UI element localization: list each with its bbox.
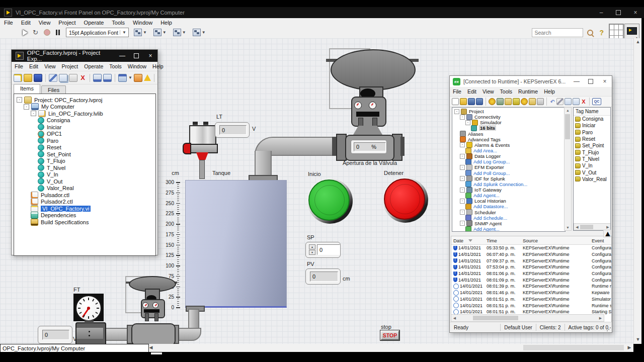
- tree-item-16-bits[interactable]: 16 bits: [453, 125, 565, 131]
- event-row[interactable]: 14/01/202107:09:37 p. m.KEPServerEX\Runt…: [451, 257, 611, 264]
- scroll-thumb[interactable]: [523, 345, 624, 350]
- event-row[interactable]: 14/01/202108:01:06 p. m.KEPServerEX\Runt…: [451, 270, 611, 277]
- tree-item-t-nivel[interactable]: T_Nivel: [14, 164, 155, 171]
- menu-item-tools[interactable]: Tools: [106, 63, 125, 69]
- scroll-left-icon[interactable]: ◀: [451, 315, 458, 321]
- copy-icon[interactable]: [59, 74, 67, 82]
- event-row[interactable]: 14/01/202108:01:39 p. m.KEPServerEX\Runt…: [451, 283, 611, 290]
- tree-item-add-agent[interactable]: Add Agent...: [453, 193, 565, 198]
- tab-items[interactable]: Items: [14, 84, 40, 94]
- tree-item-valor-real[interactable]: Valor_Real: [14, 185, 155, 192]
- run-icon[interactable]: [23, 30, 28, 36]
- project-explorer-titlebar[interactable]: OPC_Factory.lvproj - Project Exp... — ×: [12, 50, 157, 62]
- copy-icon[interactable]: [565, 98, 572, 105]
- tree-item-pulsador-ctl[interactable]: Pulsador.ctl: [14, 192, 155, 199]
- tree-item-connectivity[interactable]: -Connectivity: [453, 114, 565, 120]
- event-horizontal-scrollbar[interactable]: ◀ ▶: [451, 314, 604, 322]
- menu-item-tools[interactable]: Tools: [497, 88, 516, 95]
- new-project-icon[interactable]: [452, 98, 459, 105]
- go-to-icon[interactable]: [134, 74, 142, 82]
- help-icon[interactable]: ?: [599, 29, 604, 37]
- deploy-items-icon[interactable]: [103, 74, 112, 82]
- tree-item-project-opc-factory-lvproj[interactable]: -Project: OPC_Factory.lvproj: [14, 97, 155, 104]
- event-row[interactable]: 14/01/202105:33:50 p. m.KEPServerEX\Runt…: [451, 245, 611, 251]
- event-row[interactable]: 14/01/202107:53:04 p. m.KEPServerEX\Runt…: [451, 264, 611, 270]
- tree-item-add-area[interactable]: Add Area...: [453, 148, 565, 153]
- tag-t-nivel[interactable]: T_Nivel: [574, 156, 610, 162]
- tree-item-project[interactable]: -Project: [453, 109, 565, 114]
- scroll-right-icon[interactable]: ▶: [597, 315, 604, 321]
- menu-item-help[interactable]: Help: [149, 63, 167, 69]
- new-channel-icon[interactable]: [489, 98, 496, 105]
- menu-item-edit[interactable]: Edit: [26, 63, 41, 69]
- maximize-button[interactable]: [129, 50, 143, 62]
- tree-item-aliases[interactable]: Aliases: [453, 131, 565, 137]
- expander-icon[interactable]: -: [460, 142, 465, 147]
- tag-iniciar[interactable]: Iniciar: [574, 122, 610, 129]
- column-time[interactable]: Time: [487, 238, 523, 243]
- tree-item-build-specifications[interactable]: Build Specifications: [14, 219, 155, 226]
- tag-consigna[interactable]: Consigna: [574, 116, 610, 122]
- maximize-button[interactable]: [584, 76, 598, 87]
- tree-item-pulsador2-ctl[interactable]: Pulsador2.ctl: [14, 199, 155, 206]
- expander-icon[interactable]: -: [454, 109, 459, 114]
- tag-v-in[interactable]: V_In: [574, 162, 610, 169]
- tree-item-vi-opc-factory-vi[interactable]: VI_OPC_Factory.vi: [14, 205, 155, 212]
- close-button[interactable]: ×: [143, 50, 157, 62]
- align-objects-dropdown[interactable]: ▼: [132, 28, 148, 37]
- menu-item-window[interactable]: Window: [125, 63, 149, 69]
- expander-icon[interactable]: -: [460, 199, 465, 204]
- expander-icon[interactable]: -: [17, 97, 22, 103]
- search-input[interactable]: [532, 28, 583, 37]
- expander-icon[interactable]: -: [460, 210, 465, 215]
- minimize-button[interactable]: –: [593, 7, 610, 18]
- tree-item-my-computer[interactable]: -My Computer: [14, 104, 155, 111]
- sp-value[interactable]: 0: [319, 247, 323, 253]
- menu-item-project[interactable]: Project: [59, 63, 82, 69]
- resize-grip[interactable]: [607, 327, 611, 331]
- tag-v-out[interactable]: V_Out: [574, 169, 610, 175]
- search-icon[interactable]: [587, 30, 593, 36]
- new-alias-icon[interactable]: [521, 98, 528, 105]
- scroll-thumb[interactable]: [473, 316, 518, 320]
- scroll-down-icon[interactable]: ▼: [565, 225, 571, 230]
- menu-item-view[interactable]: View: [35, 20, 55, 26]
- scroll-down-icon[interactable]: ▼: [634, 336, 642, 343]
- menu-item-edit[interactable]: Edit: [17, 20, 35, 26]
- tree-item-iot-gateway[interactable]: -IoT Gateway: [453, 187, 565, 193]
- menu-item-operate[interactable]: Operate: [81, 63, 106, 69]
- delete-icon[interactable]: X: [79, 74, 87, 81]
- expander-icon[interactable]: -: [460, 154, 465, 159]
- tree-item-add-log-group[interactable]: Add Log Group...: [453, 159, 565, 164]
- distribute-objects-dropdown[interactable]: ▼: [152, 28, 168, 37]
- minimize-button[interactable]: —: [115, 50, 129, 62]
- tree-item-alarms-events[interactable]: -Alarms & Events: [453, 142, 565, 148]
- menu-item-file[interactable]: File: [450, 88, 464, 95]
- delete-icon[interactable]: X: [581, 99, 587, 105]
- paste-icon[interactable]: [69, 74, 77, 82]
- tree-item-dependencies[interactable]: Dependencies: [14, 212, 155, 219]
- tree-item-t-flujo[interactable]: T_Flujo: [14, 158, 155, 165]
- tab-files[interactable]: Files: [41, 85, 66, 94]
- menu-item-help[interactable]: Help: [541, 88, 558, 95]
- tag-t-flujo[interactable]: T_Flujo: [574, 149, 610, 155]
- tree-item-opc1[interactable]: OPC1: [14, 131, 155, 138]
- column-event[interactable]: Event: [592, 238, 611, 243]
- tag-reset[interactable]: Reset: [574, 136, 610, 142]
- scroll-left-icon[interactable]: ◀: [574, 224, 580, 230]
- event-row[interactable]: 14/01/202108:01:51 p. m.KEPServerEX\Runt…: [451, 296, 611, 303]
- tree-item-iniciar[interactable]: Iniciar: [14, 124, 155, 131]
- tree-item-add-agent[interactable]: Add Agent...: [453, 226, 565, 232]
- new-device-icon[interactable]: [497, 98, 504, 105]
- menu-item-tools[interactable]: Tools: [108, 20, 129, 26]
- tree-vertical-scrollbar[interactable]: ▲ ▼: [564, 107, 572, 231]
- event-row[interactable]: 14/01/202108:01:51 p. m.KEPServerEX\Runt…: [451, 302, 611, 309]
- expander-icon[interactable]: -: [460, 176, 465, 181]
- scroll-thumb[interactable]: [580, 225, 593, 229]
- close-button[interactable]: ×: [627, 7, 644, 18]
- menu-item-view[interactable]: View: [479, 88, 497, 95]
- tree-item-local-historian[interactable]: -Local Historian: [453, 198, 565, 204]
- sp-control[interactable]: ▲▼ 0: [305, 242, 341, 258]
- tree-item-add-splunk-connection[interactable]: Add Splunk Connection...: [453, 182, 565, 187]
- tree-item-add-datastore[interactable]: Add Datastore...: [453, 204, 565, 209]
